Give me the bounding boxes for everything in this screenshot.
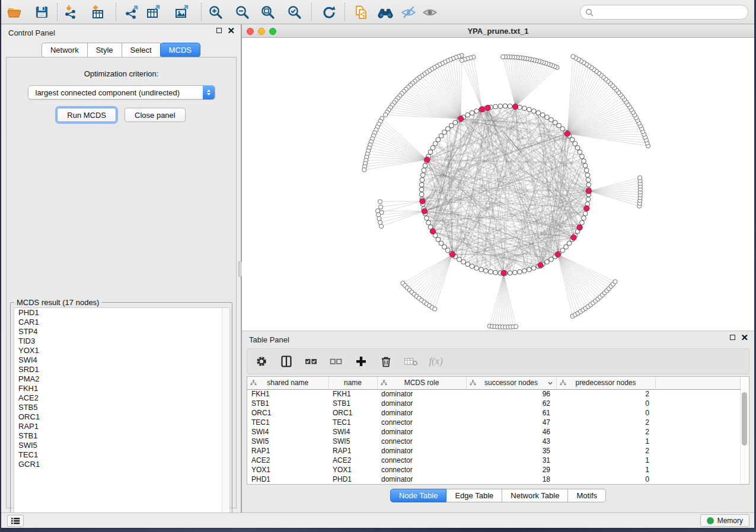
network-node[interactable] xyxy=(484,268,489,273)
table-cell[interactable]: TEC1 xyxy=(247,418,328,427)
column-view-icon[interactable] xyxy=(279,354,294,368)
table-cell[interactable]: 2 xyxy=(556,389,655,399)
column-header-predecessor-nodes[interactable]: predecessor nodes xyxy=(556,377,655,389)
zoom-out-icon[interactable] xyxy=(232,3,253,21)
network-node[interactable] xyxy=(436,237,441,242)
table-cell[interactable]: STB1 xyxy=(328,399,377,408)
export-table-icon[interactable] xyxy=(143,3,164,21)
table-cell[interactable]: 0 xyxy=(556,399,655,408)
copy-share-icon[interactable] xyxy=(351,3,371,21)
mcds-node-item[interactable]: FKH1 xyxy=(14,384,229,393)
network-node[interactable] xyxy=(465,113,470,117)
mcds-network-node[interactable] xyxy=(586,188,591,194)
network-node[interactable] xyxy=(378,200,382,204)
network-node[interactable] xyxy=(489,270,493,274)
list-scrollbar[interactable] xyxy=(222,308,229,518)
table-row[interactable]: TEC1TEC1connector472 xyxy=(247,418,741,427)
mcds-network-node[interactable] xyxy=(538,262,543,268)
mcds-node-item[interactable]: GCR1 xyxy=(14,460,229,469)
table-cell[interactable]: connector xyxy=(377,418,466,427)
import-network-icon[interactable] xyxy=(61,3,81,21)
network-node[interactable] xyxy=(583,164,588,168)
network-node[interactable] xyxy=(571,55,575,59)
table-cell[interactable]: 2 xyxy=(556,427,655,437)
table-cell[interactable]: YOX1 xyxy=(247,465,328,475)
network-node[interactable] xyxy=(638,176,642,180)
mcds-node-item[interactable]: RAP1 xyxy=(14,422,229,431)
network-node[interactable] xyxy=(423,164,428,168)
network-node[interactable] xyxy=(474,109,479,114)
network-node[interactable] xyxy=(457,257,462,262)
network-node[interactable] xyxy=(377,213,381,217)
table-row[interactable]: STB1STB1dominator620 xyxy=(247,399,741,408)
tab-style[interactable]: Style xyxy=(88,43,122,57)
zoom-in-icon[interactable] xyxy=(206,3,226,21)
column-header-successor-nodes[interactable]: successor nodes xyxy=(466,377,556,389)
close-panel-icon[interactable]: ✕ xyxy=(741,335,748,340)
network-node[interactable] xyxy=(433,307,437,311)
search-network-icon[interactable] xyxy=(375,3,395,21)
network-node[interactable] xyxy=(422,168,426,173)
table-cell[interactable]: SWI5 xyxy=(247,437,328,446)
table-cell[interactable]: FKH1 xyxy=(328,389,377,399)
network-node[interactable] xyxy=(514,325,518,329)
table-scroll-thumb[interactable] xyxy=(742,392,747,446)
float-panel-icon[interactable] xyxy=(730,335,735,340)
network-node[interactable] xyxy=(465,262,470,267)
network-node[interactable] xyxy=(582,159,586,164)
table-cell[interactable]: 43 xyxy=(466,437,556,446)
table-row[interactable]: ORC1ORC1dominator610 xyxy=(247,408,741,418)
mcds-network-node[interactable] xyxy=(420,198,425,204)
network-node[interactable] xyxy=(585,173,590,178)
network-node[interactable] xyxy=(419,182,424,187)
table-cell[interactable]: 0 xyxy=(556,475,655,484)
zoom-fit-icon[interactable] xyxy=(258,3,278,21)
table-cell[interactable]: 35 xyxy=(466,446,556,456)
network-node[interactable] xyxy=(586,197,591,201)
network-node[interactable] xyxy=(508,104,512,108)
network-node[interactable] xyxy=(474,266,479,271)
network-node[interactable] xyxy=(582,216,586,220)
mcds-network-node[interactable] xyxy=(450,252,455,257)
search-input[interactable] xyxy=(596,8,743,17)
tab-network-table[interactable]: Network Table xyxy=(502,489,568,502)
table-cell[interactable]: 18 xyxy=(466,475,556,484)
mcds-network-node[interactable] xyxy=(422,209,427,214)
network-node[interactable] xyxy=(540,113,545,117)
table-row[interactable]: SWI4SWI4dominator462 xyxy=(247,427,741,437)
mcds-node-item[interactable]: STB1 xyxy=(14,431,229,441)
table-cell[interactable]: FKH1 xyxy=(247,389,328,399)
table-cell[interactable]: connector xyxy=(377,465,466,475)
table-row[interactable]: PHD1PHD1dominator180 xyxy=(247,475,741,484)
network-node[interactable] xyxy=(470,264,474,269)
network-node[interactable] xyxy=(460,58,464,62)
table-cell[interactable]: SWI5 xyxy=(328,437,377,446)
network-node[interactable] xyxy=(580,220,585,225)
network-node[interactable] xyxy=(586,182,591,187)
network-node[interactable] xyxy=(613,280,617,284)
network-node[interactable] xyxy=(557,123,562,128)
table-cell[interactable]: 2 xyxy=(556,418,655,427)
network-node[interactable] xyxy=(425,216,429,220)
table-cell[interactable]: SWI4 xyxy=(247,427,328,437)
table-row[interactable]: ACE2ACE2connector311 xyxy=(247,456,741,465)
table-cell[interactable]: dominator xyxy=(377,399,466,408)
network-node[interactable] xyxy=(453,120,458,125)
network-node[interactable] xyxy=(573,142,578,146)
table-cell[interactable]: 29 xyxy=(466,465,556,475)
show-hide-graphics-icon[interactable] xyxy=(398,3,419,21)
mcds-node-item[interactable]: STB5 xyxy=(14,403,229,412)
optimization-criterion-select[interactable]: largest connected component (undirected) xyxy=(28,85,215,100)
network-node[interactable] xyxy=(377,216,381,220)
mcds-node-item[interactable]: YOX1 xyxy=(14,346,229,355)
table-cell[interactable]: PHD1 xyxy=(328,475,377,484)
network-node[interactable] xyxy=(584,168,589,173)
table-cell[interactable]: 96 xyxy=(466,389,556,399)
mcds-node-item[interactable]: SRD1 xyxy=(14,365,229,374)
mcds-result-list[interactable]: PHD1CAR1STP4TID3YOX1SWI4SRD1PMA2FKH1ACE2… xyxy=(14,307,230,519)
table-cell[interactable]: dominator xyxy=(377,427,466,437)
close-panel-button[interactable]: Close panel xyxy=(125,108,186,122)
tab-select[interactable]: Select xyxy=(122,43,161,57)
mcds-node-item[interactable]: PMA2 xyxy=(14,374,229,384)
table-cell[interactable]: 62 xyxy=(466,399,556,408)
